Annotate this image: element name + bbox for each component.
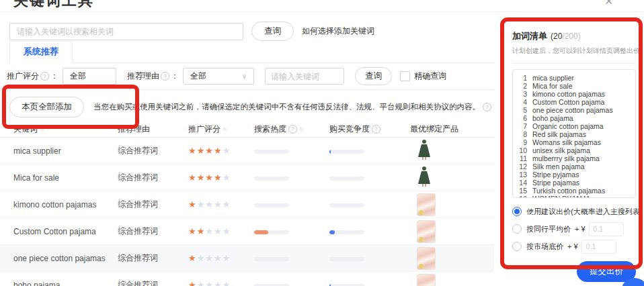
list-item: 8Red silk pajamas [518,130,630,138]
list-item-number: 14 [518,179,527,187]
column-header[interactable]: 关键词↑↓ [0,124,118,135]
sort-icon[interactable]: ↑↓ [299,126,303,132]
star-empty-icon: ★ [205,199,213,209]
competition-cell [329,254,410,263]
search-query-button[interactable]: 查询 [251,21,294,41]
reason-cell: 综合推荐词 [118,279,188,286]
score-filter-input[interactable]: 全部 [63,68,116,85]
reason-cell: 综合推荐词 [118,252,188,264]
add-all-on-page-button[interactable]: 本页全部添加 [9,97,84,117]
bid-amount-input[interactable] [589,222,624,236]
column-header[interactable]: 推广评分↑↓ [188,124,254,135]
competition-cell [329,281,410,286]
chevron-down-icon: ∨ [242,68,247,84]
bid-plus-currency: + ¥ [567,242,578,250]
column-label: 搜索热度 [254,124,286,135]
radio-selected-icon[interactable] [512,207,522,216]
star-filled-icon: ★ [214,146,222,156]
column-help-icon[interactable]: ? [288,125,297,134]
star-filled-icon: ★ [205,173,213,183]
list-item-keyword: one piece cotton pajamas [532,106,613,114]
list-item-number: 1 [518,74,527,82]
star-filled-icon: ★ [197,146,205,156]
column-help-icon[interactable]: ? [372,125,380,134]
sort-icon[interactable]: ↑↓ [40,126,43,132]
table-row[interactable]: one piece cotton pajamas综合推荐词★★★★★ [0,245,494,272]
list-item-keyword: unisex silk pajama [532,146,590,154]
column-label: 关键词 [13,124,38,135]
compliance-disclaimer: 当您在购买或使用关键词之前，请确保选定的关键词中不含有任何违反法律、法规、平台规… [93,102,491,112]
bid-option-label: 按同行平均价 [526,224,571,234]
sort-icon[interactable]: ↑↓ [223,126,226,132]
product-thumbnail-dress [417,180,432,189]
submit-bid-button[interactable]: 提交出价 [577,261,636,282]
star-filled-icon: ★ [197,173,205,183]
heat-bar [254,257,289,261]
list-item-keyword: Red silk pajamas [532,130,586,138]
list-item-number: 16 [518,195,527,198]
list-item: 3kimono cotton pajamas [518,90,630,98]
star-filled-icon: ★ [197,226,205,236]
competition-cell [329,227,410,236]
list-item-keyword: Stripe pajamas [532,179,579,187]
search-row: 查询 如何选择添加关键词 [9,21,374,41]
star-filled-icon: ★ [188,173,196,183]
star-empty-icon: ★ [205,280,213,286]
table-row[interactable]: boho pajama综合推荐词★★★★★ [0,272,494,286]
how-to-add-keywords-link[interactable]: 如何选择添加关键词 [302,26,374,37]
product-cell [410,247,494,270]
list-item-number: 15 [518,187,527,195]
keyword-search-input[interactable] [9,23,243,40]
exact-query-checkbox[interactable] [400,71,410,81]
table-row[interactable]: Mica for sale综合推荐词★★★★★ [0,164,494,191]
column-label: 购买竞争度 [329,124,370,135]
heat-bar [254,230,289,234]
competition-bar [329,150,364,154]
bid-option[interactable]: 按市场底价+ ¥ [512,238,636,255]
column-header: 推荐理由 [118,124,188,135]
list-item-keyword: Mica for sale [532,82,573,90]
list-item-keyword: kimono cotton pajamas [532,90,605,98]
close-icon[interactable]: ✕ [604,0,613,7]
competition-cell [329,200,410,209]
keyword-filter-input[interactable] [265,68,344,85]
keyword-cell: kimono cotton pajamas [0,200,118,209]
list-item: 13Stripe pyjamas [518,171,630,179]
list-item-number: 3 [518,90,527,98]
competition-bar-fill [329,230,335,234]
list-item-keyword: Stripe pyjamas [532,171,579,179]
bid-amount-input[interactable] [581,240,616,254]
search-heat-cell [254,146,329,156]
radio-icon[interactable] [512,242,522,251]
filter-query-button[interactable]: 查询 [355,67,392,85]
star-empty-icon: ★ [223,146,231,156]
list-item-keyword: mica supplier [532,74,574,82]
submit-row: 提交出价 [512,261,636,282]
column-header[interactable]: 搜索热度?↑↓ [254,124,329,135]
star-empty-icon: ★ [197,253,205,263]
star-empty-icon: ★ [223,226,231,236]
table-row[interactable]: mica supplier综合推荐词★★★★★ [0,138,494,164]
panel-divider [512,63,636,64]
bid-option[interactable]: 按同行平均价+ ¥ [512,220,636,238]
score-filter-label-text: 推广评分 [7,70,39,82]
score-stars-cell: ★★★★★ [188,280,254,286]
radio-icon[interactable] [512,224,522,234]
table-row[interactable]: Custom Cotton pajama综合推荐词★★★★★ [0,218,494,245]
bid-option[interactable]: 使用建议出价(大概率进入主搜列表) [512,203,636,220]
tab-system-recommend[interactable]: 系统推荐 [9,41,73,63]
product-thumbnail-pajama [417,193,436,216]
bid-option-label: 使用建议出价(大概率进入主搜列表) [526,207,642,217]
list-item: 16WOMEN PYJAMA [518,195,630,198]
score-help-icon[interactable]: ? [40,72,49,81]
list-item: 14Stripe pajamas [518,179,630,187]
word-list[interactable]: 1mica supplier2Mica for sale3kimono cott… [512,69,636,198]
table-row[interactable]: kimono cotton pajamas综合推荐词★★★★★ [0,191,494,218]
reason-help-icon[interactable]: ? [161,72,169,81]
reason-cell: 综合推荐词 [118,172,188,183]
disclaimer-help-icon[interactable]: ? [483,103,491,111]
reason-filter-select[interactable]: 全部 ∨ [183,68,254,85]
keyword-cell: boho pajama [0,281,118,286]
heat-bar [254,284,289,286]
competition-bar [329,203,364,207]
